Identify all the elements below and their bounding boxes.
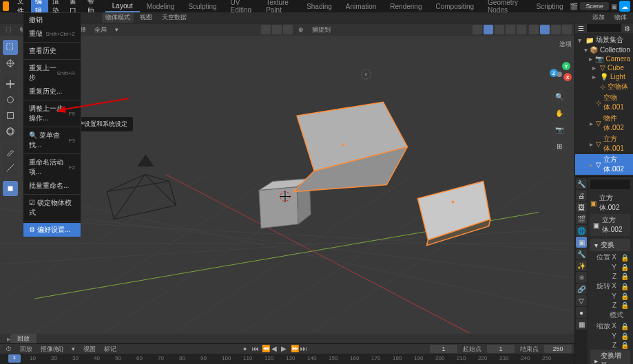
jump-end-icon[interactable]: ⏭ <box>300 345 309 353</box>
tool-measure[interactable] <box>3 160 18 175</box>
menu-search[interactable]: 🔍 菜单查找...F3 <box>23 129 81 152</box>
tab-physics[interactable]: ⚛ <box>576 272 587 283</box>
current-frame-field[interactable]: 1 <box>430 345 457 353</box>
3d-viewport[interactable]: 选项 X Y <box>0 36 574 334</box>
vh-snap[interactable]: 捕捉到 <box>309 25 333 35</box>
tl-view[interactable]: 视图 <box>81 344 98 354</box>
view-menu[interactable]: 视图 <box>136 12 156 23</box>
tool-transform[interactable] <box>3 124 18 139</box>
tab-object[interactable]: ▣ <box>576 237 587 248</box>
sb-object[interactable]: 物体 <box>611 12 630 23</box>
menu-repeat-history[interactable]: 重复历史... <box>23 85 81 98</box>
sb-add[interactable]: 添加 <box>589 12 608 23</box>
play-reverse-icon[interactable]: ◀ <box>271 345 280 353</box>
select-menu[interactable]: 天空数据 <box>158 12 190 23</box>
viewport-options[interactable]: 选项 <box>559 40 572 49</box>
tab-output[interactable]: 🖨 <box>576 190 587 201</box>
properties-search[interactable] <box>590 180 630 189</box>
tool-annotate[interactable] <box>3 144 18 160</box>
menu-lock-object-mode[interactable]: ☑ 锁定物体模式 <box>23 196 81 220</box>
blender-logo[interactable] <box>3 1 9 11</box>
outliner-collection[interactable]: ▾📦Collection <box>575 45 633 54</box>
tool-cursor[interactable] <box>3 56 18 71</box>
mode-select[interactable]: 物体模式 <box>102 12 134 23</box>
tool-scale[interactable] <box>3 108 18 123</box>
prev-keyframe-icon[interactable]: ⏪ <box>262 345 270 353</box>
outliner-empty[interactable]: ⊹空物体 <box>575 81 633 92</box>
tab-render[interactable]: 🔧 <box>576 178 587 189</box>
tl-tick: 140 <box>307 355 316 361</box>
tab-scripting[interactable]: Scripting <box>530 1 570 12</box>
editor-type-icon[interactable]: ⬚ <box>3 25 14 34</box>
outliner-icon[interactable]: ☰ <box>578 25 584 32</box>
tool-move[interactable] <box>3 76 18 92</box>
end-frame-field[interactable]: 250 <box>544 345 572 353</box>
timeline-ruler[interactable]: 1 01020304050607080901001101201301401501… <box>0 354 574 364</box>
menu-preferences[interactable]: ⚙ 偏好设置... <box>23 223 81 237</box>
tl-tick: 70 <box>158 355 164 361</box>
jump-start-icon[interactable]: ⏮ <box>252 345 260 353</box>
tab-material[interactable]: ● <box>576 307 587 318</box>
section-delta-transform[interactable]: ▸变换增量 <box>590 350 630 364</box>
zoom-icon[interactable]: 🔍 <box>552 89 566 103</box>
tool-select-box[interactable] <box>3 40 18 55</box>
start-frame-field[interactable]: 1 <box>487 345 515 353</box>
tab-constraints[interactable]: 🔗 <box>576 283 587 295</box>
tab-scene-props[interactable]: 🎬 <box>576 213 587 224</box>
pan-icon[interactable]: ✋ <box>552 106 566 120</box>
scene-icon[interactable]: 🎬 <box>570 3 578 10</box>
menu-undo[interactable]: 撤销 <box>23 13 81 27</box>
next-keyframe-icon[interactable]: ⏩ <box>291 345 299 353</box>
camera-icon[interactable]: 📷 <box>552 122 566 136</box>
perspective-icon[interactable]: ⊞ <box>552 139 566 153</box>
outliner-camera[interactable]: ▸📷Camera <box>575 54 633 63</box>
tool-add-cube[interactable] <box>3 181 18 196</box>
outliner-scene-collection[interactable]: ▾📁场景集合 <box>575 34 633 45</box>
tab-rendering[interactable]: Rendering <box>383 1 428 12</box>
menu-redo[interactable]: 重做Shift+Ctrl+Z <box>23 27 81 41</box>
tab-sculpting[interactable]: Sculpting <box>181 1 223 12</box>
tl-editor-icon[interactable]: ⏱ <box>3 345 14 353</box>
tab-shading[interactable]: Shading <box>300 1 339 12</box>
tab-modeling[interactable]: Modeling <box>140 1 182 12</box>
tab-particles[interactable]: ✨ <box>576 260 587 271</box>
scene-name[interactable]: Scene <box>580 2 609 10</box>
filter-icon[interactable]: ⚙ <box>624 25 630 32</box>
viewlayer-icon[interactable]: ▣ <box>611 3 617 10</box>
outliner-empty-001[interactable]: ⊹空物体.001 <box>575 92 633 113</box>
outliner-cube[interactable]: ▸▽Cube <box>575 63 633 72</box>
tab-world[interactable]: 🌐 <box>576 225 587 236</box>
shading-mode-icons[interactable] <box>529 25 572 34</box>
tab-data[interactable]: ▽ <box>576 295 587 306</box>
outliner-search[interactable] <box>587 24 621 32</box>
tl-keying[interactable]: 抠像(帧) <box>38 344 66 354</box>
tab-animation[interactable]: Animation <box>339 1 383 12</box>
tab-modifiers[interactable]: 🔧 <box>576 248 587 259</box>
tab-compositing[interactable]: Compositing <box>428 1 481 12</box>
menu-undo-history[interactable]: 查看历史 <box>23 44 81 58</box>
menu-batch-rename[interactable]: 批量重命名... <box>23 179 81 193</box>
tl-marker[interactable]: 标记 <box>101 344 119 354</box>
outliner-cube-001[interactable]: ▸▽立方体.001 <box>575 133 633 154</box>
tl-playback[interactable]: 回放 <box>17 344 35 354</box>
outliner-light[interactable]: ▸💡Light <box>575 72 633 81</box>
object-name-field[interactable]: 立方体.002 <box>599 193 630 213</box>
tab-layout[interactable]: Layout <box>105 1 140 12</box>
vh-global[interactable]: 全局 <box>92 25 110 35</box>
last-op-button[interactable]: 回放 <box>10 334 37 344</box>
tab-texture[interactable]: ▦ <box>576 319 587 330</box>
outliner-object-002[interactable]: ▸▽物件体.002 <box>575 113 633 133</box>
overlay-icons[interactable] <box>473 25 526 34</box>
play-icon[interactable]: ▶ <box>281 345 289 353</box>
transform-orientation-icons[interactable] <box>261 25 293 34</box>
menu-repeat-last[interactable]: 重复上一步Shift+R <box>23 61 81 85</box>
section-transform[interactable]: ▾变换 <box>590 239 630 251</box>
nav-gizmo[interactable]: X Y Z <box>547 62 572 87</box>
outliner-cube-002[interactable]: ▸▽立方体.002 <box>575 154 633 175</box>
menu-adjust-last[interactable]: 调整上一步操作...F9 <box>23 102 81 125</box>
autokey-icon[interactable]: ● <box>240 345 249 353</box>
tab-viewlayer[interactable]: 🖼 <box>576 202 587 213</box>
menu-rename-active[interactable]: 重命名活动项...F2 <box>23 156 81 179</box>
cloud-icon[interactable]: ☁ <box>619 1 630 12</box>
tool-rotate[interactable] <box>3 92 18 107</box>
